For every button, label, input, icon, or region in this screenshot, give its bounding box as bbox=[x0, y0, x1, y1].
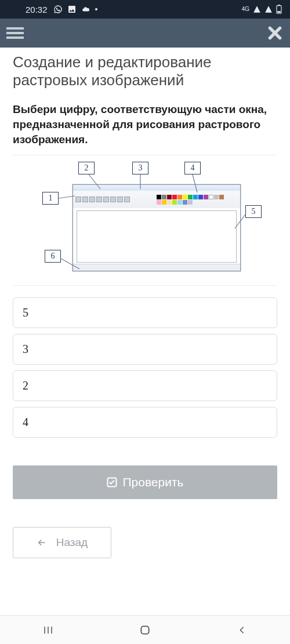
home-icon bbox=[139, 624, 151, 636]
paint-window-illustration bbox=[72, 184, 241, 271]
option-3[interactable]: 3 bbox=[13, 334, 277, 365]
nav-back[interactable] bbox=[233, 621, 251, 639]
nav-recents[interactable] bbox=[39, 621, 57, 639]
close-button[interactable] bbox=[263, 21, 287, 45]
question-text: Выбери цифру, соответствующую части окна… bbox=[13, 102, 277, 147]
page-title: Создание и редактирование растровых изоб… bbox=[13, 53, 277, 89]
android-status-bar: 20:32 4G bbox=[0, 0, 290, 19]
status-left-icons bbox=[53, 5, 97, 14]
svg-rect-2 bbox=[277, 11, 281, 13]
answer-options: 5 3 2 4 bbox=[13, 297, 277, 438]
status-time: 20:32 bbox=[26, 5, 48, 14]
menu-button[interactable] bbox=[3, 21, 27, 45]
option-2[interactable]: 2 bbox=[13, 370, 277, 401]
battery-icon bbox=[276, 5, 282, 14]
recents-icon bbox=[42, 625, 55, 635]
close-icon bbox=[267, 26, 282, 41]
paint-diagram: 1 2 3 4 5 6 bbox=[26, 160, 264, 282]
diagram-container: 1 2 3 4 5 6 bbox=[13, 155, 277, 286]
option-5[interactable]: 5 bbox=[13, 297, 277, 328]
status-right-icons: 4G bbox=[242, 5, 282, 14]
diagram-label-4: 4 bbox=[184, 162, 201, 174]
back-button[interactable]: Назад bbox=[13, 527, 111, 558]
diagram-label-6: 6 bbox=[45, 250, 61, 263]
whatsapp-icon bbox=[53, 5, 63, 14]
check-icon bbox=[106, 476, 118, 488]
svg-rect-4 bbox=[6, 32, 24, 34]
option-4[interactable]: 4 bbox=[13, 407, 277, 438]
svg-rect-3 bbox=[6, 27, 24, 30]
check-button[interactable]: Проверить bbox=[13, 465, 277, 499]
android-nav-bar bbox=[0, 615, 290, 644]
network-type: 4G bbox=[242, 6, 249, 12]
cloud-icon bbox=[81, 5, 90, 13]
diagram-label-2: 2 bbox=[78, 162, 95, 174]
image-icon bbox=[67, 5, 77, 14]
arrow-left-icon bbox=[37, 538, 47, 547]
check-button-label: Проверить bbox=[122, 475, 183, 489]
app-header bbox=[0, 19, 290, 48]
svg-rect-16 bbox=[141, 626, 148, 634]
nav-home[interactable] bbox=[136, 621, 154, 639]
svg-rect-5 bbox=[6, 37, 24, 39]
diagram-label-1: 1 bbox=[42, 192, 59, 205]
dot-icon bbox=[95, 8, 97, 10]
main-content: Создание и редактирование растровых изоб… bbox=[0, 48, 290, 558]
diagram-label-5: 5 bbox=[245, 205, 262, 218]
back-icon bbox=[237, 624, 246, 636]
signal-icon-2 bbox=[264, 5, 273, 13]
signal-icon bbox=[253, 5, 261, 13]
diagram-label-3: 3 bbox=[132, 162, 148, 174]
hamburger-icon bbox=[6, 26, 24, 40]
svg-rect-1 bbox=[278, 5, 280, 6]
back-button-label: Назад bbox=[56, 536, 88, 549]
